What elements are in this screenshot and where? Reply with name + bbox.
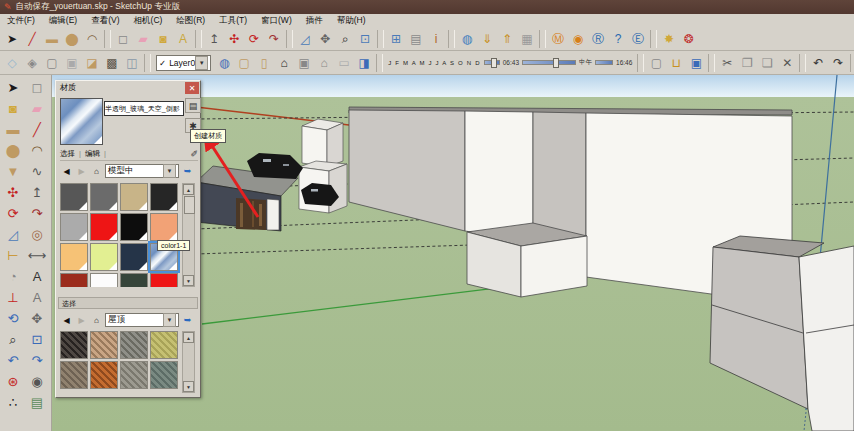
texture-scrollbar[interactable]: ▲ ▼: [182, 331, 195, 393]
swatch-yellow-green[interactable]: [90, 243, 118, 271]
toolbtn-scale[interactable]: ◿: [295, 29, 315, 49]
scroll-up-icon[interactable]: ▲: [183, 332, 194, 343]
toolbtn-rectangle[interactable]: ▬: [42, 29, 62, 49]
tool-scale[interactable]: ◿: [2, 224, 25, 244]
toolbtn-plugin-panel[interactable]: ▭: [334, 53, 354, 73]
tool-axes[interactable]: ⊥: [2, 287, 25, 307]
toolbtn-select[interactable]: ➤: [2, 29, 22, 49]
home-icon[interactable]: ⌂: [90, 165, 103, 178]
scroll-down-icon[interactable]: ▼: [183, 275, 194, 286]
toolbtn-line[interactable]: ╱: [22, 29, 42, 49]
toolbtn-style-monochrome[interactable]: ◫: [122, 53, 142, 73]
toolbtn-save[interactable]: ▣: [686, 53, 706, 73]
toolbtn-zoom-extents[interactable]: ⊡: [355, 29, 375, 49]
swatch-white[interactable]: [90, 273, 118, 287]
swatch-light-gray[interactable]: [60, 213, 88, 241]
toolbtn-redo[interactable]: ↷: [828, 53, 848, 73]
layer-combo[interactable]: ✓ Layer0 ▼: [156, 55, 211, 71]
tool-orbit[interactable]: ⟲: [2, 308, 25, 328]
toolbtn-paint-bucket[interactable]: ◙: [153, 29, 173, 49]
toolbtn-layer-manager[interactable]: ◍: [214, 53, 234, 73]
secondary-pane-toggle-icon[interactable]: ▤: [185, 98, 201, 113]
toolbtn-plugin-m[interactable]: Ⓜ: [548, 29, 568, 49]
tool-offset[interactable]: ◎: [26, 224, 49, 244]
swatch-dark-navy[interactable]: [120, 243, 148, 271]
tool-zoom[interactable]: ⌕: [2, 329, 25, 349]
tool-previous-view[interactable]: ↶: [2, 350, 25, 370]
toolbtn-pan[interactable]: ✥: [315, 29, 335, 49]
tool-freehand[interactable]: ∿: [26, 161, 49, 181]
collection-dropdown[interactable]: 模型中 ▼: [105, 164, 179, 178]
texture-shingles-dark[interactable]: [60, 331, 88, 359]
menu-view[interactable]: 查看(V): [84, 15, 126, 27]
menu-tools[interactable]: 工具(T): [212, 15, 254, 27]
toolbtn-make-component[interactable]: ◻: [113, 29, 133, 49]
swatch-red-2[interactable]: [150, 273, 178, 287]
back-arrow-icon[interactable]: ◀: [60, 314, 73, 327]
toolbtn-plugin-help[interactable]: ?: [608, 29, 628, 49]
toolbtn-style-wireframe[interactable]: ▢: [42, 53, 62, 73]
time-slider-2[interactable]: [595, 60, 613, 65]
texture-slate-blue[interactable]: [150, 361, 178, 389]
swatch-dark-gray[interactable]: [60, 183, 88, 211]
tool-protractor[interactable]: ◔: [2, 266, 25, 286]
forward-arrow-icon[interactable]: ▶: [75, 165, 88, 178]
home-icon[interactable]: ⌂: [90, 314, 103, 327]
detail-arrow-icon[interactable]: ➥: [181, 314, 194, 327]
swatch-dark-red[interactable]: [60, 273, 88, 287]
tool-walk[interactable]: ∴: [2, 392, 25, 412]
menu-plugins[interactable]: 插件: [299, 15, 330, 27]
toolbtn-push-pull[interactable]: ↥: [204, 29, 224, 49]
texture-tiles-orange[interactable]: [90, 361, 118, 389]
toolbtn-circle[interactable]: ⬤: [62, 29, 82, 49]
texture-thatch-yellow[interactable]: [150, 331, 178, 359]
scroll-down-icon[interactable]: ▼: [183, 381, 194, 392]
chevron-down-icon[interactable]: ▼: [163, 313, 176, 327]
toolbtn-google-earth[interactable]: ◍: [457, 29, 477, 49]
menu-camera[interactable]: 相机(C): [127, 15, 170, 27]
swatch-black[interactable]: [120, 213, 148, 241]
toolbtn-plugin-r[interactable]: Ⓡ: [588, 29, 608, 49]
menu-help[interactable]: 帮助(H): [330, 15, 373, 27]
toolbtn-style-shaded-textures[interactable]: ▩: [102, 53, 122, 73]
tool-tape-measure[interactable]: ⊢: [2, 245, 25, 265]
tool-make-component[interactable]: ◻: [26, 77, 49, 97]
texture-stone-tan[interactable]: [90, 331, 118, 359]
toolbtn-zoom[interactable]: ⌕: [335, 29, 355, 49]
toolbtn-plugin-globe[interactable]: ◉: [568, 29, 588, 49]
toolbtn-cut[interactable]: ✂: [717, 53, 737, 73]
tool-eraser[interactable]: ▰: [26, 98, 49, 118]
menu-edit[interactable]: 编辑(E): [42, 15, 84, 27]
tool-paint-bucket[interactable]: ◙: [2, 98, 25, 118]
toolbtn-eraser[interactable]: ▰: [133, 29, 153, 49]
swatch-light-orange[interactable]: [60, 243, 88, 271]
tab-select[interactable]: 选择: [60, 149, 75, 159]
swatch-tan[interactable]: [120, 183, 148, 211]
tool-push-pull[interactable]: ↥: [26, 182, 49, 202]
tool-3d-text[interactable]: A: [26, 287, 49, 307]
tool-select[interactable]: ➤: [2, 77, 25, 97]
tab-edit[interactable]: 编辑: [85, 149, 100, 159]
toolbtn-open[interactable]: ⊔: [666, 53, 686, 73]
toolbtn-delete[interactable]: ✕: [777, 53, 797, 73]
toolbtn-paste[interactable]: ❏: [757, 53, 777, 73]
toolbtn-plugin-box-white[interactable]: ▣: [294, 53, 314, 73]
tool-line[interactable]: ╱: [26, 119, 49, 139]
tool-look-around[interactable]: ◉: [26, 371, 49, 391]
toolbtn-plugin-e[interactable]: Ⓔ: [628, 29, 648, 49]
toolbtn-sun-tool[interactable]: ✸: [659, 29, 679, 49]
forward-arrow-icon[interactable]: ▶: [75, 314, 88, 327]
tool-polygon[interactable]: ▼: [2, 161, 25, 181]
texture-gravel-brown[interactable]: [60, 361, 88, 389]
toolbtn-entity-info[interactable]: i: [426, 29, 446, 49]
toolbtn-model-info[interactable]: ⊞: [386, 29, 406, 49]
tool-pan[interactable]: ✥: [26, 308, 49, 328]
tool-follow-me[interactable]: ↷: [26, 203, 49, 223]
toolbtn-follow-me[interactable]: ↷: [264, 29, 284, 49]
swatch-dark-green[interactable]: [120, 273, 148, 287]
toolbtn-plugin-door[interactable]: ▯: [254, 53, 274, 73]
swatch-salmon[interactable]: [150, 213, 178, 241]
chevron-down-icon[interactable]: ▼: [195, 56, 208, 70]
collection-dropdown-secondary[interactable]: 屋顶 ▼: [105, 313, 179, 327]
toolbtn-style-hidden-line[interactable]: ▣: [62, 53, 82, 73]
